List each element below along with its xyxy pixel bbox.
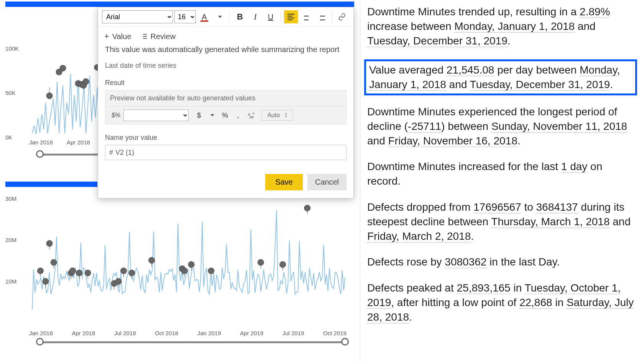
svg-point-19 — [70, 268, 76, 274]
svg-point-43 — [258, 259, 264, 265]
chart-title-bar — [5, 182, 97, 187]
chart-range-slider[interactable] — [38, 338, 347, 346]
currency-button[interactable]: $ — [192, 110, 205, 121]
font-color-chevron[interactable] — [213, 10, 227, 23]
svg-point-47 — [304, 205, 310, 211]
svg-point-13 — [46, 241, 53, 247]
format-prefix-icon: $% — [112, 112, 120, 119]
summary-paragraph: Downtime Minutes trended up, resulting i… — [367, 5, 637, 48]
chart-title-bar — [5, 2, 354, 7]
selected-summary-box[interactable]: Value averaged 21,545.08 per day between… — [364, 59, 637, 95]
font-color-button[interactable]: A — [197, 10, 211, 23]
x-axis-label: Oct 2018 — [155, 330, 178, 336]
svg-point-37 — [181, 268, 187, 274]
align-right-button[interactable] — [315, 10, 329, 23]
svg-point-29 — [121, 268, 127, 274]
auto-decimal-box[interactable]: Auto ▲▼ — [261, 110, 293, 121]
svg-point-6 — [83, 79, 89, 85]
svg-point-39 — [188, 262, 194, 268]
italic-button[interactable]: I — [248, 10, 262, 23]
dialog-description: This value was automatically generated w… — [105, 45, 347, 54]
value-name-input[interactable]: # V2 (1) — [105, 145, 347, 160]
bold-button[interactable]: B — [233, 10, 247, 23]
x-axis-label: Jan 2019 — [197, 330, 221, 336]
x-axis-label: Apr 2018 — [72, 330, 95, 336]
align-left-button[interactable] — [284, 10, 298, 23]
x-axis-label: Apr 2018 — [67, 139, 90, 146]
svg-point-9 — [37, 268, 43, 274]
svg-point-31 — [129, 270, 135, 276]
svg-text:.00: .00 — [249, 115, 254, 119]
currency-chevron[interactable] — [205, 110, 219, 121]
font-family-select[interactable]: Arial — [102, 10, 173, 23]
x-axis-label: Jan 2018 — [29, 139, 53, 146]
y-axis-label: 0K — [5, 134, 12, 141]
underline-button[interactable]: U — [264, 10, 278, 23]
svg-point-45 — [280, 262, 286, 268]
x-axis-label: Jul 2019 — [283, 330, 304, 336]
summary-paragraph: Downtime Minutes experienced the longest… — [367, 105, 637, 148]
y-axis-label: 30M — [5, 195, 16, 202]
decimal-icon: .0.00 — [247, 112, 255, 119]
font-size-select[interactable]: 16 — [174, 10, 196, 23]
narrative-panel: Downtime Minutes trended up, resulting i… — [360, 0, 644, 362]
svg-point-21 — [76, 270, 82, 276]
x-axis-label: Apr 2019 — [240, 330, 263, 336]
slider-knob-left[interactable] — [36, 338, 44, 346]
format-select[interactable] — [123, 110, 189, 121]
summary-paragraph: Downtime Minutes increased for the last … — [367, 159, 637, 188]
result-preview: Preview not available for auto generated… — [105, 90, 347, 106]
hash-icon: # — [109, 149, 113, 157]
tab-value[interactable]: +Value — [104, 31, 131, 41]
slider-knob-left[interactable] — [36, 150, 44, 158]
chart-svg — [5, 187, 354, 325]
svg-point-41 — [208, 268, 214, 274]
thousands-button[interactable]: , — [232, 110, 245, 121]
x-axis-label: Jan 2018 — [29, 330, 53, 336]
svg-point-27 — [115, 278, 122, 285]
y-axis-label: 10M — [5, 278, 16, 285]
text-format-toolbar: Arial 16 A B I U — [98, 7, 353, 27]
summary-paragraph: Value averaged 21,545.08 per day between… — [369, 63, 632, 92]
spinner-icon: ▲▼ — [284, 112, 288, 118]
align-center-button[interactable] — [299, 10, 313, 23]
x-axis-label: Jul 2018 — [114, 330, 136, 336]
plus-icon: + — [104, 31, 109, 41]
slider-knob-right[interactable] — [341, 338, 349, 346]
tab-review[interactable]: Review — [141, 32, 176, 41]
result-label: Result — [105, 79, 347, 87]
y-axis-label: 50K — [5, 90, 16, 96]
summary-paragraph: Defects dropped from 17696567 to 3684137… — [367, 200, 637, 243]
summary-paragraph: Defects peaked at 25,893,165 in Tuesday,… — [367, 281, 637, 324]
svg-point-33 — [149, 257, 155, 264]
save-button[interactable]: Save — [265, 174, 303, 190]
x-axis-label: Oct 2019 — [323, 330, 347, 336]
value-subtitle: Last date of time series — [105, 62, 347, 70]
svg-point-2 — [60, 65, 66, 71]
y-axis-label: 100K — [5, 45, 19, 52]
percent-button[interactable]: % — [219, 110, 232, 121]
summary-paragraph: Defects rose by 3080362 in the last Day. — [367, 255, 637, 269]
value-editor-dialog: Arial 16 A B I U +Value Review — [98, 7, 354, 198]
name-label: Name your value — [105, 134, 347, 142]
y-axis-label: 20M — [5, 237, 16, 243]
dialog-tabs: +Value Review — [98, 27, 353, 45]
cancel-button[interactable]: Cancel — [307, 174, 347, 190]
left-panel: 100K 50K 0K — [0, 0, 360, 362]
svg-point-15 — [51, 259, 57, 265]
insert-link-button[interactable] — [335, 10, 349, 23]
svg-point-23 — [85, 270, 91, 276]
svg-point-0 — [46, 93, 53, 99]
svg-point-11 — [43, 278, 49, 285]
chart-defects: 30M 20M 10M Jan 2018 Apr 2018 Jul 2018 O… — [5, 182, 354, 350]
number-format-toolbar: $% $ % , .0.00 Auto ▲▼ — [105, 106, 347, 124]
list-icon — [141, 33, 148, 40]
decimal-button[interactable]: .0.00 — [245, 110, 258, 121]
